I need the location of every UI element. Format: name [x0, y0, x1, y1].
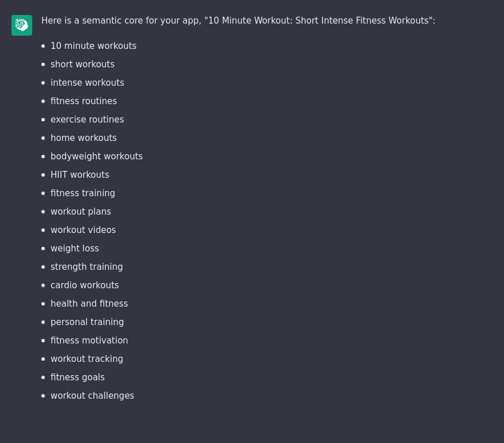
keyword-text: workout plans [51, 205, 111, 219]
bullet-icon [41, 118, 45, 121]
bullet-icon [41, 302, 45, 305]
bullet-icon [41, 339, 45, 342]
keyword-text: weight loss [51, 242, 99, 255]
keyword-text: fitness motivation [51, 334, 128, 347]
keyword-text: HIIT workouts [51, 168, 109, 182]
keyword-text: 10 minute workouts [51, 39, 137, 53]
message-body: Here is a semantic core for your app, "1… [41, 14, 493, 405]
list-item: weight loss [41, 239, 493, 258]
list-item: 10 minute workouts [41, 37, 493, 55]
keyword-list: 10 minute workoutsshort workoutsintense … [41, 37, 493, 405]
list-item: strength training [41, 258, 493, 276]
list-item: health and fitness [41, 295, 493, 313]
keyword-text: cardio workouts [51, 278, 119, 292]
keyword-text: fitness training [51, 186, 116, 200]
chat-message: Here is a semantic core for your app, "1… [0, 0, 504, 419]
bullet-icon [41, 284, 45, 287]
bullet-icon [41, 63, 45, 66]
keyword-text: workout videos [51, 223, 116, 237]
list-item: workout tracking [41, 350, 493, 368]
keyword-text: short workouts [51, 58, 114, 71]
keyword-text: home workouts [51, 131, 117, 145]
bullet-icon [41, 100, 45, 103]
list-item: cardio workouts [41, 276, 493, 295]
keyword-text: workout tracking [51, 352, 123, 366]
bullet-icon [41, 44, 45, 48]
list-item: bodyweight workouts [41, 147, 493, 166]
list-item: home workouts [41, 129, 493, 147]
bullet-icon [41, 210, 45, 213]
list-item: workout videos [41, 221, 493, 239]
list-item: exercise routines [41, 110, 493, 129]
bullet-icon [41, 357, 45, 361]
list-item: fitness routines [41, 92, 493, 110]
chatgpt-icon [16, 19, 28, 32]
list-item: workout challenges [41, 387, 493, 405]
bullet-icon [41, 155, 45, 158]
bullet-icon [41, 81, 45, 85]
keyword-text: fitness routines [51, 94, 117, 108]
list-item: short workouts [41, 55, 493, 74]
list-item: fitness training [41, 184, 493, 203]
intro-text: Here is a semantic core for your app, "1… [41, 14, 493, 28]
bullet-icon [41, 394, 45, 398]
bullet-icon [41, 173, 45, 177]
bullet-icon [41, 376, 45, 379]
list-item: fitness goals [41, 368, 493, 387]
keyword-text: exercise routines [51, 113, 124, 127]
keyword-text: strength training [51, 260, 123, 274]
keyword-text: bodyweight workouts [51, 150, 143, 163]
keyword-text: workout challenges [51, 389, 134, 403]
keyword-text: health and fitness [51, 297, 128, 311]
bullet-icon [41, 136, 45, 140]
bullet-icon [41, 265, 45, 269]
list-item: workout plans [41, 203, 493, 221]
bullet-icon [41, 320, 45, 324]
list-item: intense workouts [41, 74, 493, 92]
keyword-text: intense workouts [51, 76, 124, 90]
bullet-icon [41, 192, 45, 195]
bullet-icon [41, 247, 45, 250]
bullet-icon [41, 228, 45, 232]
keyword-text: fitness goals [51, 371, 105, 384]
list-item: fitness motivation [41, 331, 493, 350]
list-item: HIIT workouts [41, 166, 493, 184]
keyword-text: personal training [51, 315, 124, 329]
avatar [11, 15, 32, 36]
list-item: personal training [41, 313, 493, 331]
